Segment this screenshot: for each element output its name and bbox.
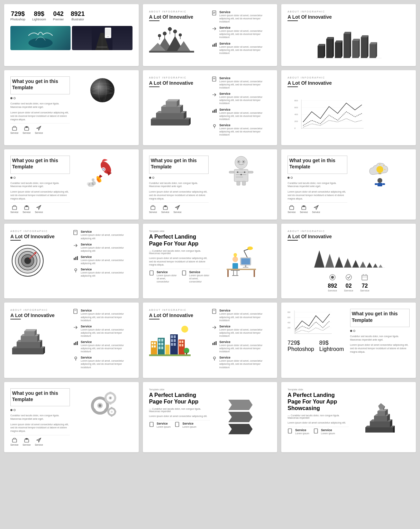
line-chart-svg: 800 600 400 200 0	[294, 98, 364, 132]
stat-label-2: Lightroom	[32, 18, 46, 21]
svc-icon-7-1: Service	[10, 205, 18, 213]
doc-icon-17-1	[149, 422, 155, 427]
svc-label-16-3: Service	[35, 444, 43, 446]
svg-rect-248	[12, 439, 17, 442]
rocket-illustration	[87, 156, 118, 187]
underline-14	[149, 319, 159, 319]
s5-1-title: Service	[219, 76, 271, 80]
pin-icon-14-4	[212, 356, 217, 361]
dot-7-2	[13, 177, 16, 179]
svg-rect-256	[91, 405, 94, 407]
arrows-illustration	[227, 398, 254, 436]
bullet-dots-16	[10, 409, 70, 411]
about-label-12: ABOUT INFOGRAPHIC	[287, 230, 410, 232]
svg-rect-165	[254, 270, 255, 277]
svg-rect-210	[158, 343, 161, 345]
svg-rect-119	[237, 181, 240, 185]
svc-icon-16-3: Service	[35, 437, 43, 446]
what-left-16: What you get in this Template Curabitur …	[10, 388, 73, 446]
s13-3-title: Service	[81, 340, 132, 344]
stats-icons-row-12: 892 Service 02 Service 72 Serv	[287, 274, 410, 292]
arrow-icon-5-2	[212, 92, 217, 98]
svg-rect-142	[74, 258, 75, 260]
service-3-title: Service	[219, 42, 271, 45]
svg-text:200: 200	[294, 120, 298, 122]
svc-label-8-1: Service	[149, 211, 157, 213]
svg-rect-148	[182, 271, 186, 275]
stat-num-12-2: 02	[344, 283, 353, 289]
svg-rect-10	[149, 51, 194, 53]
svg-rect-275	[150, 422, 153, 427]
svg-rect-198	[75, 342, 76, 345]
suitcase-icon	[12, 126, 17, 131]
service-label-1: Service	[10, 132, 18, 134]
slides-grid: 729$ Photoshop 89$ Lightroom 042 Premier…	[4, 4, 416, 452]
line-chart-2-svg: 800 600 400 200	[287, 309, 332, 336]
landing-svc-desc-11-1: Lorem ipsum dolor sit amet, consectetur	[157, 274, 177, 283]
slide-landing-pyramid3d: Template slide A Perfect Landing Page Fo…	[281, 382, 416, 452]
dash-list-17: Curabitur sed iaculis dolor, non congue …	[149, 408, 210, 412]
doc-icon-13-1	[73, 309, 79, 314]
svc-label-8-3: Service	[173, 211, 181, 213]
arrow-icon-13-2	[73, 325, 79, 330]
svg-rect-195	[74, 309, 77, 314]
s10-2-title: Service	[81, 243, 132, 246]
title-box-16: What you get in this Template	[10, 388, 70, 406]
s14-4-desc: Lorem ipsum dolor sit amet, consectetur …	[219, 359, 271, 369]
svg-rect-118	[248, 171, 253, 173]
landing-svc-18-2: Service Lorem ipsum	[313, 428, 335, 435]
svg-rect-221	[174, 343, 176, 346]
landing-svc-17-2: Service Lorem ipsum	[175, 422, 196, 428]
svg-rect-217	[174, 335, 176, 338]
svg-rect-266	[109, 403, 111, 405]
landing-title-18: A Perfect Landing Page For Your App Show…	[287, 392, 348, 412]
svg-marker-172	[367, 262, 372, 268]
svg-rect-2	[97, 47, 107, 47]
svg-point-11	[163, 32, 166, 35]
bullet-dots-9	[287, 177, 347, 179]
stat-icon-12-3: 72 Service	[360, 274, 369, 292]
svg-rect-34	[335, 43, 341, 58]
chart-icon-13-3	[73, 340, 79, 346]
dash-list-18: Curabitur sed iaculis dolor, non congue …	[287, 414, 348, 419]
suitcase-icon-8	[150, 205, 156, 210]
stat-num-12-3: 72	[360, 283, 369, 289]
svg-rect-192	[24, 331, 35, 336]
svg-rect-25	[212, 45, 213, 47]
stat-icon-12-2: 02 Service	[344, 274, 353, 292]
what-title: What you get in this Template	[12, 78, 68, 91]
bullet-dots-7	[10, 177, 70, 179]
underline-10	[10, 240, 21, 241]
slide-innovative-target: ABOUT INFOGRAPHIC A Lot Of Innovative Se…	[4, 224, 139, 298]
doc-icon-11-1	[149, 270, 155, 276]
landing-title-17: A Perfect Landing Page For Your App	[149, 392, 210, 405]
svc-icon-16-2: Service	[22, 437, 30, 446]
slide-innovative-linechart: ABOUT INFOGRAPHIC A Lot Of Innovative 80…	[281, 70, 416, 145]
divider-11	[149, 269, 210, 269]
images-row	[10, 26, 133, 50]
landing-services-18: Service Lorem ipsum Service Lorem ipsum	[287, 428, 348, 438]
svg-marker-193	[24, 329, 37, 331]
svg-rect-216	[171, 335, 173, 338]
circle-icon-12-1	[329, 274, 336, 281]
svg-rect-122	[302, 207, 306, 210]
stat-num-15-2: 89$	[319, 340, 344, 346]
svg-rect-219	[174, 339, 176, 342]
doc-icon-11-2	[182, 270, 187, 276]
svg-rect-132	[382, 183, 385, 185]
underline-13	[10, 319, 21, 319]
about-label-3: ABOUT INFOGRAPHIC	[287, 10, 410, 13]
grad-icon-7	[24, 205, 29, 210]
svg-rect-281	[314, 429, 318, 433]
svg-rect-209	[161, 339, 163, 342]
svg-rect-147	[150, 271, 153, 275]
landing-title-11: A Perfect Landing Page For Your App	[149, 233, 210, 247]
svg-rect-63	[161, 107, 180, 113]
underline-12	[287, 240, 298, 241]
svg-rect-213	[161, 346, 163, 349]
dot-2	[13, 97, 16, 99]
svg-rect-74	[216, 109, 217, 113]
calendar-icon-12-3	[361, 274, 368, 281]
stat-photoshop: 729$ Photoshop	[10, 10, 25, 21]
what-title-8: What you get in this Template	[151, 157, 207, 170]
